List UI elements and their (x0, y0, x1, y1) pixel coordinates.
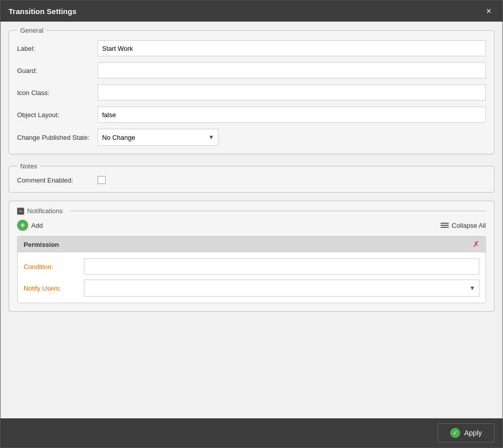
check-icon: ✓ (450, 428, 460, 438)
dialog: Transition Settings × General Label: Gua… (0, 0, 503, 448)
permission-title: Permission (24, 241, 59, 248)
object-layout-row: Object Layout: (17, 107, 486, 123)
close-button[interactable]: × (483, 6, 494, 17)
object-layout-input[interactable] (98, 107, 486, 123)
guard-row: Guard: (17, 62, 486, 78)
general-section: General Label: Guard: Icon Class: Object… (9, 27, 494, 154)
permission-header: Permission ✗ (18, 236, 485, 252)
dialog-body: General Label: Guard: Icon Class: Object… (1, 22, 502, 418)
change-published-select[interactable]: No Change Publish Unpublish (98, 129, 218, 146)
collapse-all-icon (441, 223, 449, 228)
notes-legend: Notes (17, 162, 40, 170)
dialog-header: Transition Settings × (1, 1, 502, 22)
guard-input[interactable] (98, 62, 486, 78)
label-input[interactable] (98, 40, 486, 56)
icon-class-row: Icon Class: (17, 84, 486, 101)
guard-field-label: Guard: (17, 67, 98, 74)
notifications-toolbar: + Add Collapse All (17, 220, 486, 231)
change-published-label: Change Published State: (17, 134, 98, 141)
collapse-all-label: Collapse All (452, 222, 486, 229)
notifications-legend-row: − Notifications (17, 207, 486, 215)
condition-input[interactable] (84, 258, 479, 275)
comment-enabled-checkbox[interactable] (98, 176, 106, 184)
notifications-section: − Notifications + Add Collapse All (9, 201, 494, 312)
add-circle-icon: + (17, 220, 28, 231)
dialog-footer: ✓ Apply (1, 418, 502, 447)
object-layout-label: Object Layout: (17, 111, 98, 119)
apply-label: Apply (464, 429, 482, 437)
notify-users-select[interactable] (84, 280, 479, 297)
permission-body: Condition: Notify Users: ▼ (18, 252, 485, 303)
comment-enabled-row: Comment Enabled: (17, 176, 486, 184)
dialog-title: Transition Settings (9, 7, 76, 16)
label-row: Label: (17, 40, 486, 56)
condition-row: Condition: (24, 258, 479, 275)
icon-class-input[interactable] (98, 84, 486, 101)
add-button[interactable]: + Add (17, 220, 43, 231)
notifications-label: Notifications (27, 207, 63, 215)
notify-users-row: Notify Users: ▼ (24, 280, 479, 297)
label-field-label: Label: (17, 45, 98, 52)
permission-card: Permission ✗ Condition: Notify Users: (17, 236, 486, 303)
add-label: Add (31, 222, 43, 229)
general-legend: General (17, 27, 46, 34)
notes-section: Notes Comment Enabled: (9, 162, 494, 193)
apply-button[interactable]: ✓ Apply (438, 423, 494, 442)
change-published-row: Change Published State: No Change Publis… (17, 129, 486, 146)
icon-class-label: Icon Class: (17, 89, 98, 97)
collapse-notifications-icon[interactable]: − (17, 208, 24, 215)
delete-permission-button[interactable]: ✗ (473, 240, 479, 248)
change-published-select-wrapper: No Change Publish Unpublish ▼ (98, 129, 218, 146)
comment-enabled-label: Comment Enabled: (17, 176, 98, 184)
collapse-all-button[interactable]: Collapse All (441, 222, 486, 229)
notify-users-label: Notify Users: (24, 285, 84, 292)
notify-users-select-wrapper: ▼ (84, 280, 479, 297)
condition-label: Condition: (24, 263, 84, 271)
